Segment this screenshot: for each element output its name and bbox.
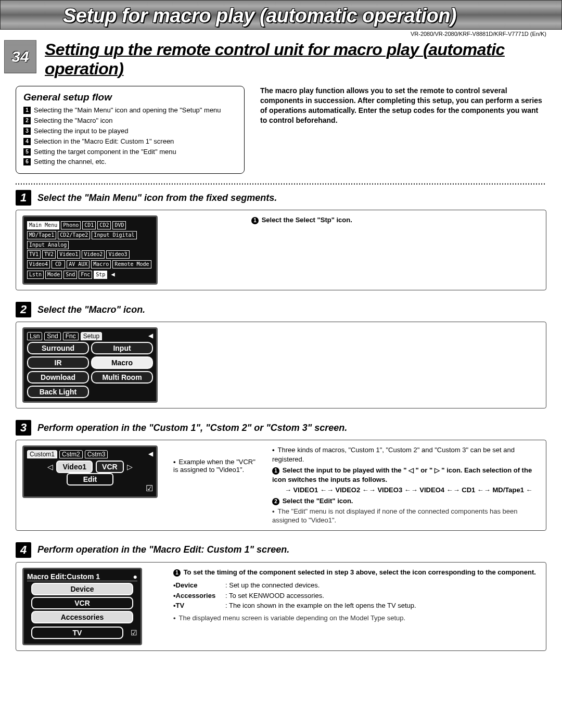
lcd-tab: Mode [45, 271, 62, 279]
lcd-cell: Video4 [27, 260, 50, 269]
note-text: The "Edit" menu is not displayed if none… [272, 507, 540, 525]
model-line: VR-2080/VR-2080/KRF-V8881D/KRF-V7771D (E… [0, 30, 562, 38]
flow-item: 2Selecting the "Macro" icon [23, 117, 237, 125]
lcd-cell: Video2 [82, 250, 105, 259]
step-body: Custom1 Cstm2 Cstm3 ◀ ◁ Video1 VCR ▷ Edi… [16, 440, 546, 530]
def-desc: : The icon shown in the example on the l… [225, 601, 540, 610]
step-4: 4 Perform operation in the "Macro Edit: … [0, 537, 562, 651]
cursor-icon: ● [133, 572, 137, 581]
def-term: Accessories [173, 591, 225, 601]
step-head: 1 Select the "Main Menu" icon from the f… [16, 190, 546, 206]
def-term: Device [173, 581, 225, 590]
chapter-banner: Setup for macro play (automatic operatio… [0, 0, 562, 30]
step-num: 1 [16, 190, 31, 206]
step-num: 4 [16, 542, 31, 558]
lcd-cell: DVD [112, 221, 126, 229]
flow-item: 4Selection in the "Macro Edit: Custom 1"… [23, 137, 237, 146]
note-text: Select the "Edit" icon. [283, 497, 353, 505]
lcd-tab: Cstm3 [85, 450, 108, 458]
step-notes [251, 327, 540, 403]
lcd-tab: Fnc [63, 332, 79, 340]
remote-lcd: Custom1 Cstm2 Cstm3 ◀ ◁ Video1 VCR ▷ Edi… [22, 445, 158, 498]
sq-num: 5 [23, 148, 31, 156]
lcd-cell: Remote Mode [112, 260, 151, 269]
step-body: Lsn Snd Fnc Setup ◀ Surround Input IR Ma… [16, 322, 546, 408]
circle-num-icon: 1 [173, 569, 181, 577]
lcd-cell: Video3 [106, 250, 129, 259]
right-arrow-icon: ▷ [127, 463, 133, 471]
lcd-screenshot: Main Menu Phono CD1 CD2 DVD MD/Tape1 CD2… [22, 215, 236, 285]
lcd-tab: Lsn [27, 332, 42, 340]
step-head: 2 Select the "Macro" icon. [16, 302, 546, 317]
input-box: Video1 [56, 461, 93, 473]
device-box: VCR [96, 461, 124, 473]
intro-paragraph: The macro play function allows you to se… [260, 86, 546, 174]
lcd-cell: Main Menu [27, 221, 59, 229]
cursor-icon: ◀ [148, 450, 153, 458]
note-text: Three kinds of macros, "Custom 1", "Cust… [272, 445, 540, 464]
flow-text: Selecting the "Main Menu" icon and openi… [34, 106, 221, 115]
circle-num-icon: 1 [251, 217, 259, 224]
main-title-text: Setting up the remote control unit for m… [45, 40, 505, 78]
flow-item: 6Setting the channel, etc. [23, 158, 237, 167]
lcd-screenshot: Custom1 Cstm2 Cstm3 ◀ ◁ Video1 VCR ▷ Edi… [22, 445, 158, 525]
menu-cell: Accessories [31, 611, 133, 623]
flow-text: Selecting the "Macro" icon [34, 117, 113, 125]
definition-list: Device : Set up the connected devices. A… [173, 581, 540, 610]
example-note: Example when the "VCR" is assigned to "V… [173, 445, 257, 525]
step-body: Main Menu Phono CD1 CD2 DVD MD/Tape1 CD2… [16, 210, 546, 290]
lcd-cell: Input Analog [27, 241, 69, 249]
step-body: Macro Edit:Custom 1 ● Device VCR Accesso… [16, 562, 546, 651]
remote-lcd: Main Menu Phono CD1 CD2 DVD MD/Tape1 CD2… [22, 215, 158, 285]
lcd-cell: AV AUX [67, 260, 90, 269]
lcd-cell: CD [52, 260, 65, 269]
flow-item: 1Selecting the "Main Menu" icon and open… [23, 106, 237, 115]
menu-cell: Back Light [27, 386, 89, 398]
def-desc: : To set KENWOOD accessories. [225, 591, 540, 601]
circle-num-icon: 2 [272, 498, 279, 505]
lcd-tab: Lstn [27, 271, 44, 279]
step-head: 4 Perform operation in the "Macro Edit: … [16, 542, 546, 558]
def-term: TV [173, 601, 225, 610]
lcd-tab: Stp [94, 271, 107, 279]
step-1: 1 Select the "Main Menu" icon from the f… [0, 185, 562, 290]
menu-cell: Device [31, 583, 133, 595]
lcd-cell: TV2 [42, 250, 56, 259]
lcd-cell: Video1 [57, 250, 80, 259]
menu-cell-macro: Macro [91, 356, 153, 369]
note-text: Select the Select "Stp" icon. [262, 216, 352, 224]
menu-cell: Download [27, 371, 89, 384]
lcd-tab: Setup [81, 332, 102, 340]
step-3: 3 Perform operation in the "Custom 1", "… [0, 415, 562, 530]
lcd-cell: Phono [61, 221, 81, 229]
lcd-cell: TV1 [27, 250, 41, 259]
sq-num: 2 [23, 117, 31, 124]
menu-cell: Input [91, 342, 153, 354]
cursor-icon: ◀ [148, 332, 153, 340]
note-text: The displayed menu screen is variable de… [173, 614, 540, 623]
main-title: Setting up the remote control unit for m… [45, 40, 552, 79]
intro-row: General setup flow 1Selecting the "Main … [0, 83, 562, 177]
menu-cell: IR [27, 356, 89, 369]
def-desc: : Set up the connected devices. [225, 581, 540, 590]
step-num: 2 [16, 302, 31, 317]
flow-text: Selection in the "Macro Edit: Custom 1" … [34, 137, 174, 146]
lcd-cell: CD2/Tape2 [58, 231, 90, 239]
flow-item: 3Selecting the input to be played [23, 127, 237, 136]
menu-cell: VCR [31, 597, 133, 609]
step-notes: Three kinds of macros, "Custom 1", "Cust… [272, 445, 540, 525]
lcd-cell: CD1 [82, 221, 96, 229]
sq-num: 1 [23, 107, 31, 114]
lcd-header: Macro Edit:Custom 1 [27, 572, 100, 581]
menu-cell: TV [31, 627, 123, 639]
banner-title: Setup for macro play (automatic operatio… [63, 5, 546, 27]
lcd-tab: Snd [44, 332, 60, 340]
lcd-cell: Input Digital [92, 231, 136, 239]
flow-text: Setting the target component in the "Edi… [34, 148, 176, 157]
general-setup-flow-box: General setup flow 1Selecting the "Main … [16, 86, 245, 174]
menu-cell: Surround [27, 342, 89, 354]
remote-lcd: Lsn Snd Fnc Setup ◀ Surround Input IR Ma… [22, 327, 158, 403]
menu-cell: Multi Room [91, 371, 153, 384]
step-title: Select the "Macro" icon. [37, 304, 145, 315]
note-text: To set the timing of the component selec… [184, 568, 536, 576]
